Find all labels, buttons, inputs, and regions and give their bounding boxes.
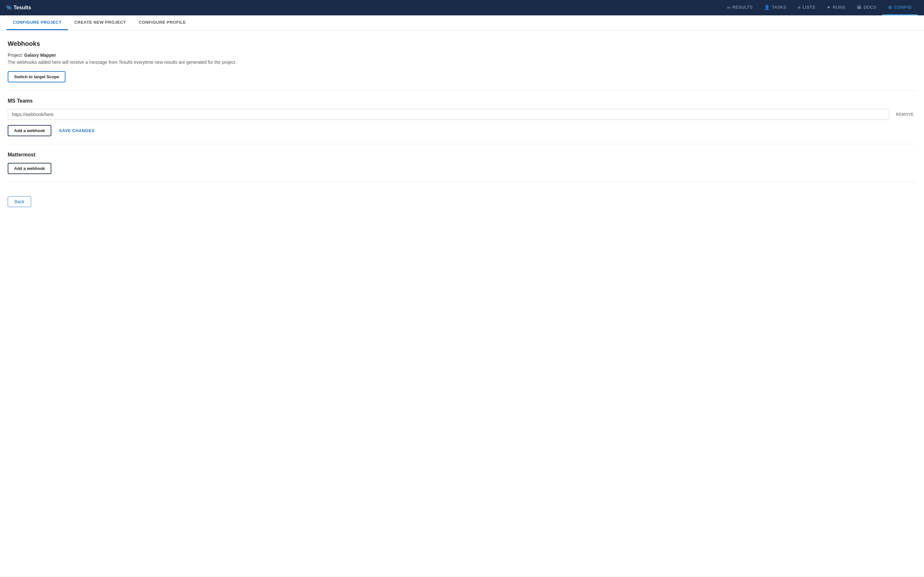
ms-teams-remove-button[interactable]: REMOVE [893,111,916,118]
tab-create-new-project[interactable]: CREATE NEW PROJECT [68,15,132,30]
nav-docs[interactable]: 🏛 DOCS [851,0,882,15]
nav-config[interactable]: ⚙ CONFIG [882,0,918,15]
back-button[interactable]: Back [8,196,31,207]
ms-teams-action-row: Add a webhook SAVE CHANGES [8,125,916,136]
brand-logo[interactable]: % Tesults [6,5,31,11]
nav-results[interactable]: ∞ RESULTS [721,0,758,15]
project-name: Galaxy Mapper [24,53,56,58]
switch-to-target-scope-button[interactable]: Switch to target Scope [8,71,65,82]
ms-teams-webhook-input[interactable] [8,109,889,120]
tab-configure-project[interactable]: CONFIGURE PROJECT [6,15,68,30]
nav-lists-label: LISTS [803,5,815,10]
project-info: Project: Galaxy Mapper [8,53,916,58]
nav-tasks[interactable]: 👤 TASKS [758,0,792,15]
project-description: The webhooks added here will receive a m… [8,60,916,65]
lists-icon: ≡ [798,5,801,10]
mattermost-add-webhook-button[interactable]: Add a webhook [8,163,51,174]
mattermost-section: Mattermost Add a webhook [8,152,916,174]
nav-results-label: RESULTS [732,5,753,10]
nav-runs-label: RUNS [833,5,845,10]
navbar: % Tesults ∞ RESULTS 👤 TASKS ≡ LISTS ✦ RU… [0,0,924,15]
docs-icon: 🏛 [857,5,862,10]
ms-teams-webhook-row: REMOVE [8,109,916,120]
tabs-bar: CONFIGURE PROJECT CREATE NEW PROJECT CON… [0,15,924,31]
runs-icon: ✦ [827,5,831,10]
page-title: Webhooks [8,40,916,47]
nav-tasks-label: TASKS [772,5,787,10]
mattermost-action-row: Add a webhook [8,163,916,174]
nav-runs[interactable]: ✦ RUNS [821,0,851,15]
ms-teams-save-changes-button[interactable]: SAVE CHANGES [59,126,95,135]
divider-1 [8,90,916,90]
config-icon: ⚙ [888,5,893,10]
mattermost-title: Mattermost [8,152,916,158]
main-content: Webhooks Project: Galaxy Mapper The webh… [0,31,924,576]
nav-docs-label: DOCS [864,5,877,10]
nav-config-label: CONFIG [895,5,912,10]
nav-links: ∞ RESULTS 👤 TASKS ≡ LISTS ✦ RUNS 🏛 DOCS … [721,0,918,15]
tasks-icon: 👤 [764,5,770,10]
brand-name: Tesults [13,5,31,11]
ms-teams-section: MS Teams REMOVE Add a webhook SAVE CHANG… [8,98,916,136]
tab-configure-profile[interactable]: CONFIGURE PROFILE [132,15,192,30]
project-label: Project: [8,53,23,58]
divider-2 [8,144,916,144]
brand-icon: % [6,5,11,11]
results-icon: ∞ [727,5,730,10]
divider-3 [8,182,916,182]
ms-teams-add-webhook-button[interactable]: Add a webhook [8,125,51,136]
ms-teams-title: MS Teams [8,98,916,104]
nav-lists[interactable]: ≡ LISTS [792,0,821,15]
